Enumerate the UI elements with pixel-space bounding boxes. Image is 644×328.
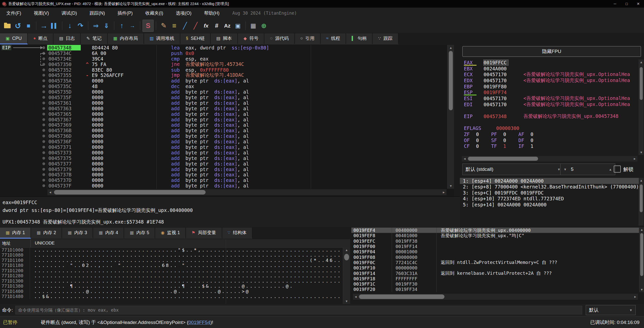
menu-item[interactable]: 选项(O) xyxy=(170,8,198,19)
tab-memory-map[interactable]: ▦内存布局 xyxy=(108,33,144,44)
breakpoint-dot-icon[interactable] xyxy=(42,146,45,148)
highlight-pen-red-icon[interactable]: ╱ xyxy=(190,20,201,32)
disasm-row[interactable]: 004573790000add byte ptr ds:[eax], al xyxy=(0,167,447,172)
menu-item[interactable]: 收藏夹(I) xyxy=(139,8,170,19)
scroll-thumb[interactable] xyxy=(449,51,453,110)
scroll-down-icon[interactable] xyxy=(343,299,350,303)
animate-into-icon[interactable]: S xyxy=(143,20,154,32)
stack-row[interactable]: 0019FF0400001000 xyxy=(351,249,639,254)
tab-dump4[interactable]: ▦内存 4 xyxy=(93,228,124,239)
stack-row[interactable]: 0019FF147603C31A返回到 kernelbase.VirtualPr… xyxy=(351,270,639,276)
tab-threads[interactable]: ≈线程 xyxy=(321,33,346,44)
scroll-up-icon[interactable] xyxy=(343,248,350,252)
menu-item[interactable]: 文件(F) xyxy=(0,8,27,19)
disasm-row[interactable]: 004573710000add byte ptr ds:[eax], al xyxy=(0,144,447,150)
breakpoint-dot-icon[interactable] xyxy=(42,107,45,110)
disasm-row[interactable]: 004573730000add byte ptr ds:[eax], al xyxy=(0,150,447,155)
disasm-row[interactable]: 004573610000add byte ptr ds:[eax], al xyxy=(0,100,447,106)
menu-item[interactable]: 跟踪(N) xyxy=(83,8,111,19)
tab-dump3[interactable]: ▦内存 3 xyxy=(62,228,93,239)
register-row[interactable]: EBP0019FF80 xyxy=(460,84,639,90)
command-profile-select[interactable]: 默认 xyxy=(586,305,636,315)
stepper-down-icon[interactable] xyxy=(564,168,567,171)
stack-row[interactable]: 0019FF1C0019FF30 xyxy=(351,281,639,287)
dump-row[interactable]: 771D1100................................… xyxy=(0,258,342,263)
open-file-icon[interactable] xyxy=(2,20,13,32)
argument-row[interactable]: 3: [esp+C] 0019FFDC 0019FFDC xyxy=(460,190,639,196)
tab-source[interactable]: ◌源代码 xyxy=(264,33,295,44)
flags-row[interactable]: CF0TF1IF1 xyxy=(464,143,639,149)
dump-row[interactable]: 771D1380........ ¶......................… xyxy=(0,284,342,289)
stack-row[interactable]: 0019FEF400400000吾爱破解论坛学习脱壳实例_upx.0040000… xyxy=(351,228,639,233)
scroll-down-icon[interactable] xyxy=(447,184,454,188)
tab-dump5[interactable]: ▦内存 5 xyxy=(124,228,155,239)
breakpoint-dot-icon[interactable] xyxy=(42,124,45,126)
execute-till-return-icon[interactable]: ⇓ xyxy=(101,20,112,32)
breakpoint-dot-icon[interactable] xyxy=(42,168,45,171)
argument-row[interactable]: 5: [esp+14] 0024A000 0024A000 xyxy=(460,202,639,208)
close-button[interactable]: ✕ xyxy=(632,0,644,8)
breakpoint-dot-icon[interactable] xyxy=(42,179,45,182)
flags-row[interactable]: OF0SF0DF0 xyxy=(464,137,639,143)
internet-icon[interactable]: ⊕ xyxy=(259,20,269,32)
tab-handles[interactable]: ▍句柄 xyxy=(346,33,373,44)
dump-row[interactable]: 771D1200................................… xyxy=(0,268,342,273)
scroll-thumb[interactable] xyxy=(640,184,643,212)
disasm-row[interactable]: 0045737F0000add byte ptr ds:[eax], al xyxy=(0,183,447,188)
breakpoint-dot-icon[interactable] xyxy=(42,79,45,82)
disasm-vertical-scrollbar[interactable] xyxy=(447,45,454,189)
breakpoint-dot-icon[interactable] xyxy=(42,118,45,121)
breakpoint-dot-icon[interactable] xyxy=(42,113,45,115)
disasm-row[interactable]: 0045736B0000add byte ptr ds:[eax], al xyxy=(0,128,447,133)
stack-vertical-scrollbar[interactable] xyxy=(639,227,644,292)
step-over-icon[interactable]: ↷ xyxy=(75,20,86,32)
disasm-row[interactable]: 004573630000add byte ptr ds:[eax], al xyxy=(0,106,447,111)
disasm-row[interactable]: 0045736F0000add byte ptr ds:[eax], al xyxy=(0,139,447,144)
highlight-pen-blue-icon[interactable]: ╱ xyxy=(180,20,190,32)
register-row[interactable] xyxy=(460,119,639,125)
memory-grid-icon[interactable]: ▦ xyxy=(248,20,259,32)
tab-dump1[interactable]: ▦内存 1 xyxy=(0,228,31,239)
minimize-button[interactable]: ─ xyxy=(609,0,621,8)
menu-item[interactable]: 帮助(H) xyxy=(198,8,226,19)
tab-seh[interactable]: §SEH链 xyxy=(180,33,211,44)
scroll-right-icon[interactable] xyxy=(442,190,445,194)
scroll-thumb[interactable] xyxy=(359,294,444,299)
scroll-thumb[interactable] xyxy=(640,233,643,276)
breakpoint-dot-icon[interactable] xyxy=(42,173,45,176)
patches-icon[interactable]: ✎ xyxy=(158,20,169,32)
calling-convention-select[interactable]: 默认 (stdcall) xyxy=(462,163,564,175)
status-address-link[interactable]: 0019FF54 xyxy=(188,320,210,325)
breakpoint-dot-icon[interactable] xyxy=(42,184,45,187)
notes-window-icon[interactable]: ▣ xyxy=(233,20,243,32)
breakpoint-dot-icon[interactable] xyxy=(42,96,45,99)
breakpoint-dot-icon[interactable] xyxy=(42,101,45,104)
stack-row[interactable]: 0019FF0C77241C4C返回到 ntdll.ZwProtectVirtu… xyxy=(351,260,639,265)
disassembly-panel[interactable]: 004573488D4424 80lea eax, dword ptr ss:[… xyxy=(0,45,454,196)
scroll-left-icon[interactable] xyxy=(48,190,52,194)
register-row[interactable]: EAX0019FFCC xyxy=(460,60,639,66)
command-input[interactable] xyxy=(15,306,582,314)
dump-vertical-scrollbar[interactable] xyxy=(343,247,350,304)
dump-address-column-header[interactable]: 地址 xyxy=(0,239,31,247)
disasm-row[interactable]: 0045735C48dec eax xyxy=(0,84,447,89)
dump-row[interactable]: 771D1480..$&............................… xyxy=(0,294,342,299)
scroll-up-icon[interactable] xyxy=(447,46,454,49)
strings-icon[interactable]: Az xyxy=(222,20,233,32)
disasm-row[interactable]: 004573488D4424 80lea eax, dword ptr ss:[… xyxy=(0,45,447,50)
register-row[interactable] xyxy=(460,107,639,114)
register-row[interactable]: EDI00457170<吾爱破解论坛学习脱壳实例_upx.OptionalHea xyxy=(460,101,639,107)
disasm-row[interactable]: 0045734E39C4cmp esp, eax xyxy=(0,56,447,62)
register-row[interactable]: EDX00457170<吾爱破解论坛学习脱壳实例_upx.OptionalHea xyxy=(460,77,639,84)
scroll-thumb[interactable] xyxy=(344,254,349,260)
register-row[interactable]: EFLAGS00000300 xyxy=(460,125,639,131)
flags-row[interactable]: ZF0PF0AF0 xyxy=(464,131,639,137)
stack-row[interactable]: 0019FF18FFFFFFFF xyxy=(351,276,639,281)
run-icon[interactable]: → xyxy=(39,20,49,32)
tab-watch1[interactable]: ◉监视 1 xyxy=(155,228,186,239)
register-row[interactable]: ESP0019FF74 xyxy=(460,89,639,95)
scroll-thumb[interactable] xyxy=(640,67,643,100)
stack-row[interactable]: 0019FF1000000000 xyxy=(351,265,639,270)
breakpoint-dot-icon[interactable] xyxy=(42,85,45,88)
tab-script[interactable]: ▤脚本 xyxy=(211,33,238,44)
